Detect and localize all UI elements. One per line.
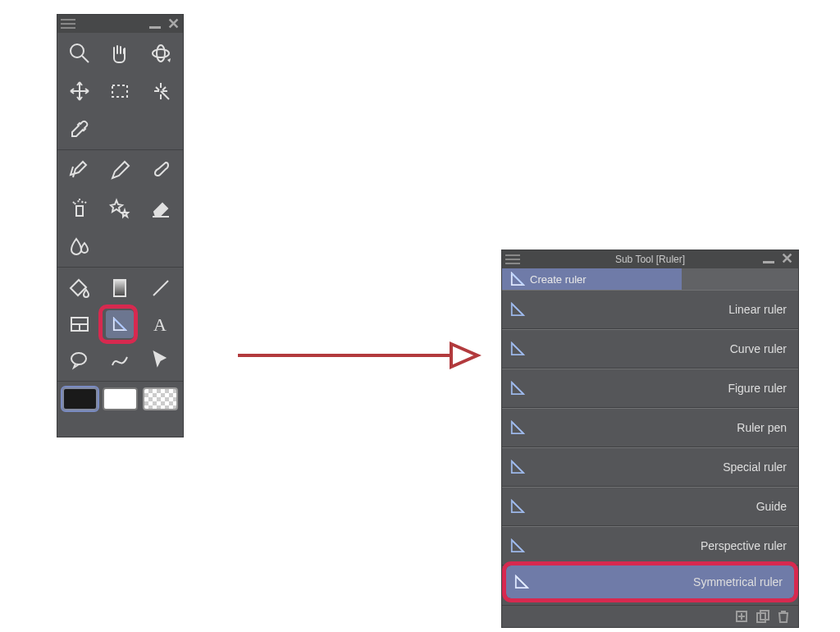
- svg-point-13: [71, 353, 86, 364]
- brush-tool[interactable]: [142, 153, 180, 188]
- subtool-figure-ruler[interactable]: Figure ruler: [502, 369, 798, 408]
- move-tool[interactable]: [61, 74, 98, 108]
- hand-tool[interactable]: [102, 36, 139, 71]
- gradient-tool[interactable]: [102, 271, 139, 305]
- eraser-tool[interactable]: [142, 191, 180, 226]
- close-icon[interactable]: ✕: [781, 253, 793, 264]
- sub-tool-title: Sub Tool [Ruler]: [502, 254, 798, 265]
- svg-text:A: A: [153, 314, 167, 335]
- rotate3d-tool[interactable]: [142, 36, 180, 71]
- svg-line-1: [82, 56, 89, 62]
- blend-tool[interactable]: [61, 229, 98, 263]
- airbrush-tool[interactable]: [61, 191, 98, 226]
- eyedropper-tool[interactable]: [61, 112, 98, 146]
- tool-group-edit: A: [57, 268, 183, 381]
- color-swatches: [57, 382, 183, 416]
- foreground-color[interactable]: [62, 387, 98, 410]
- arrow-annotation: [238, 339, 484, 372]
- subtool-label: Perspective ruler: [701, 539, 787, 552]
- fill-tool[interactable]: [61, 271, 98, 305]
- sub-tool-list: Linear ruler Curve ruler Figure ruler Ru…: [502, 290, 798, 605]
- subtool-label: Figure ruler: [728, 382, 787, 395]
- subtool-symmetrical-ruler[interactable]: Symmetrical ruler: [506, 566, 794, 598]
- subtool-curve-ruler[interactable]: Curve ruler: [502, 329, 798, 369]
- new-subtool-icon[interactable]: [734, 609, 749, 624]
- text-tool[interactable]: A: [142, 307, 180, 341]
- duplicate-subtool-icon[interactable]: [756, 609, 770, 624]
- subtool-label: Linear ruler: [728, 303, 787, 316]
- svg-point-0: [71, 44, 84, 57]
- magnifier-tool[interactable]: [61, 36, 98, 71]
- svg-line-8: [153, 281, 168, 295]
- line-tool[interactable]: [142, 271, 180, 305]
- tool-group-view: [57, 33, 183, 149]
- delete-subtool-icon[interactable]: [777, 609, 790, 624]
- decoration-tool[interactable]: [102, 191, 139, 226]
- sub-tool-panel: Sub Tool [Ruler] ✕ Create ruler Linear r…: [501, 250, 799, 628]
- subtool-label: Curve ruler: [730, 342, 787, 355]
- minimize-icon[interactable]: [149, 26, 161, 29]
- svg-rect-7: [114, 280, 126, 296]
- balloon-tool[interactable]: [61, 343, 98, 378]
- subtool-label: Guide: [756, 500, 787, 513]
- pen-tool[interactable]: [61, 153, 98, 188]
- operation-tool[interactable]: [142, 343, 180, 378]
- tool-palette-header: ✕: [57, 15, 183, 33]
- pencil-tool[interactable]: [102, 153, 139, 188]
- subtool-label: Symmetrical ruler: [693, 575, 783, 588]
- svg-point-2: [153, 49, 169, 57]
- correct-line-tool[interactable]: [102, 343, 139, 378]
- tab-create-ruler[interactable]: Create ruler: [502, 268, 684, 290]
- subtool-special-ruler[interactable]: Special ruler: [502, 447, 798, 487]
- subtool-perspective-ruler[interactable]: Perspective ruler: [502, 526, 798, 566]
- sub-tool-tabs: Create ruler: [502, 268, 798, 290]
- wand-tool[interactable]: [142, 74, 180, 108]
- subtool-guide[interactable]: Guide: [502, 487, 798, 526]
- svg-rect-4: [112, 85, 127, 97]
- close-icon[interactable]: ✕: [167, 18, 180, 30]
- ruler-tool[interactable]: [102, 307, 139, 341]
- minimize-icon[interactable]: [763, 261, 774, 263]
- subtool-label: Special ruler: [723, 460, 787, 474]
- svg-point-3: [157, 45, 165, 62]
- sub-tool-footer: [502, 605, 798, 627]
- tab-empty: [684, 268, 798, 290]
- tool-palette: ✕: [57, 14, 184, 437]
- tab-label: Create ruler: [530, 273, 587, 286]
- marquee-tool[interactable]: [102, 74, 139, 108]
- frame-tool[interactable]: [61, 307, 98, 341]
- menu-icon[interactable]: [505, 254, 520, 265]
- svg-rect-5: [76, 206, 83, 216]
- subtool-ruler-pen[interactable]: Ruler pen: [502, 408, 798, 447]
- subtool-linear-ruler[interactable]: Linear ruler: [502, 290, 798, 329]
- sub-tool-header: Sub Tool [Ruler] ✕: [502, 250, 798, 268]
- background-color[interactable]: [103, 387, 138, 410]
- menu-icon[interactable]: [61, 18, 75, 30]
- transparent-color[interactable]: [143, 387, 178, 410]
- tool-group-draw: [57, 150, 183, 267]
- subtool-label: Ruler pen: [737, 421, 787, 434]
